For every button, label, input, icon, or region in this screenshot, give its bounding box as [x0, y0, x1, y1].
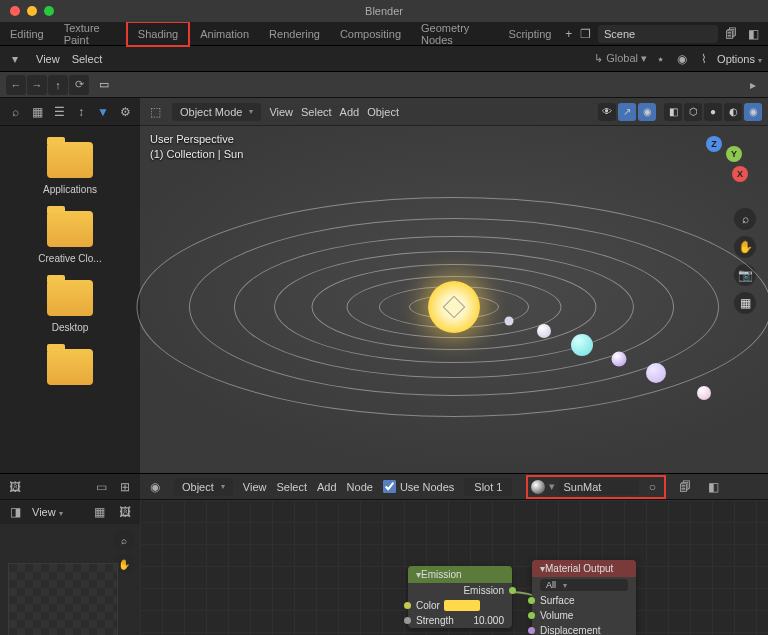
- new-folder-button[interactable]: ▭: [99, 78, 109, 91]
- shading-solid-icon[interactable]: ●: [704, 103, 722, 121]
- menu-select[interactable]: Select: [72, 53, 103, 65]
- folder-creative-cloud[interactable]: Creative Clo...: [0, 203, 140, 272]
- use-nodes-checkbox[interactable]: Use Nodes: [383, 480, 454, 493]
- app-title: Blender: [365, 5, 403, 17]
- 3d-viewport[interactable]: ⬚ Object Mode View Select Add Object 👁 ↗…: [140, 98, 768, 473]
- scene-name-input[interactable]: [598, 25, 718, 43]
- file-browser-sidebar: ⌕ ▦ ☰ ↕ ▼ ⚙ Applications Creative Clo...…: [0, 98, 140, 473]
- material-output-node[interactable]: ▾ Material Output All Surface Volume Dis…: [532, 560, 636, 635]
- image-icon[interactable]: 🖼: [116, 503, 134, 521]
- material-slot[interactable]: Slot 1: [464, 478, 512, 496]
- nav-back-button[interactable]: ←: [6, 75, 26, 95]
- transform-orientation[interactable]: ↳ Global ▾: [594, 52, 647, 65]
- add-workspace-button[interactable]: +: [561, 25, 576, 43]
- vp-menu-object[interactable]: Object: [367, 106, 399, 118]
- shader-menu-select[interactable]: Select: [276, 481, 307, 493]
- shading-wireframe-icon[interactable]: ⬡: [684, 103, 702, 121]
- gizmo-z[interactable]: Z: [706, 136, 722, 152]
- tab-rendering[interactable]: Rendering: [259, 23, 330, 45]
- tab-shading[interactable]: Shading: [126, 21, 190, 47]
- material-preview-icon: [531, 480, 545, 494]
- strength-value[interactable]: 10.000: [473, 615, 504, 626]
- filter-icon[interactable]: ▼: [94, 103, 112, 121]
- tab-editing[interactable]: Editing: [0, 23, 54, 45]
- planet-4[interactable]: [612, 351, 627, 366]
- vp-menu-view[interactable]: View: [269, 106, 293, 118]
- planet-2[interactable]: [537, 324, 551, 338]
- node-canvas[interactable]: ▾ Emission Emission Color Strength10.000…: [140, 500, 768, 635]
- tab-scripting[interactable]: Scripting: [499, 23, 562, 45]
- image-editor-type-icon[interactable]: 🖼: [6, 478, 24, 496]
- image-slot-icon[interactable]: ▭: [92, 478, 110, 496]
- close-window-button[interactable]: [10, 6, 20, 16]
- copy-material-icon[interactable]: 🗐: [676, 478, 694, 496]
- vp-menu-select[interactable]: Select: [301, 106, 332, 118]
- window-titlebar: Blender: [0, 0, 768, 22]
- folder-applications[interactable]: Applications: [0, 134, 140, 203]
- settings-icon[interactable]: ⚙: [116, 103, 134, 121]
- output-target-dropdown[interactable]: All: [540, 579, 628, 591]
- planet-1[interactable]: [505, 316, 514, 325]
- sun-object[interactable]: [428, 281, 480, 333]
- color-input[interactable]: [444, 600, 480, 611]
- overlay-toggle-icon[interactable]: ◉: [638, 103, 656, 121]
- planet-3[interactable]: [571, 334, 593, 356]
- image-editor-panel: 🖼 ▭ ⊞ ◨ View ▦ 🖼 ⌕ ✋: [0, 474, 140, 635]
- select-visibility-icon[interactable]: 👁: [598, 103, 616, 121]
- shader-menu-view[interactable]: View: [243, 481, 267, 493]
- scene-icon[interactable]: ❐: [576, 25, 594, 43]
- folder-desktop[interactable]: Desktop: [0, 272, 140, 341]
- minimize-window-button[interactable]: [27, 6, 37, 16]
- folder-icon: [47, 280, 93, 316]
- vp-menu-add[interactable]: Add: [340, 106, 360, 118]
- options-menu[interactable]: Options: [717, 53, 762, 65]
- img-menu-view[interactable]: View: [32, 506, 63, 518]
- planet-6[interactable]: [697, 386, 711, 400]
- folder-more[interactable]: [0, 341, 140, 385]
- uv-editor-icon[interactable]: ◨: [6, 503, 24, 521]
- zoom-window-button[interactable]: [44, 6, 54, 16]
- link-icon[interactable]: ⌇: [695, 50, 713, 68]
- workspace-tabs: Editing Texture Paint Shading Animation …: [0, 22, 768, 46]
- proportional-edit-icon[interactable]: ◉: [673, 50, 691, 68]
- tab-compositing[interactable]: Compositing: [330, 23, 411, 45]
- more-icon[interactable]: ◧: [704, 478, 722, 496]
- shader-mode-dropdown[interactable]: Object: [174, 478, 233, 496]
- search-icon[interactable]: ⌕: [6, 103, 24, 121]
- shader-menu-add[interactable]: Add: [317, 481, 337, 493]
- planet-5[interactable]: [646, 363, 666, 383]
- cursor-tool-icon[interactable]: ▸: [744, 76, 762, 94]
- material-selector[interactable]: ▾ ○: [526, 475, 666, 499]
- material-pin-icon[interactable]: ○: [643, 478, 661, 496]
- xray-icon[interactable]: ◧: [664, 103, 682, 121]
- editor-type-icon[interactable]: ▾: [6, 50, 24, 68]
- nav-refresh-button[interactable]: ⟳: [69, 75, 89, 95]
- image-canvas[interactable]: ⌕ ✋: [0, 524, 140, 635]
- view-layer-icon[interactable]: ◧: [744, 25, 762, 43]
- editor-type-icon[interactable]: ⬚: [146, 103, 164, 121]
- shader-menu-node[interactable]: Node: [347, 481, 373, 493]
- list-view-icon[interactable]: ☰: [50, 103, 68, 121]
- grid-icon[interactable]: ▦: [90, 503, 108, 521]
- image-new-icon[interactable]: ⊞: [116, 478, 134, 496]
- texture-preview: [8, 563, 118, 635]
- shading-material-icon[interactable]: ◐: [724, 103, 742, 121]
- shader-editor-type-icon[interactable]: ◉: [146, 478, 164, 496]
- shading-rendered-icon[interactable]: ◉: [744, 103, 762, 121]
- snap-icon[interactable]: ⭑: [651, 50, 669, 68]
- file-nav-toolstrip: ← → ↑ ⟳ ▭ ▸: [0, 72, 768, 98]
- nav-forward-button[interactable]: →: [27, 75, 47, 95]
- nav-up-button[interactable]: ↑: [48, 75, 68, 95]
- sort-icon[interactable]: ↕: [72, 103, 90, 121]
- menu-view[interactable]: View: [36, 53, 60, 65]
- browse-scene-icon[interactable]: 🗐: [722, 25, 740, 43]
- gizmo-toggle-icon[interactable]: ↗: [618, 103, 636, 121]
- emission-node[interactable]: ▾ Emission Emission Color Strength10.000: [408, 566, 512, 628]
- material-name-input[interactable]: [559, 479, 639, 495]
- scene-content: [140, 153, 768, 473]
- folder-icon: [47, 349, 93, 385]
- tab-animation[interactable]: Animation: [190, 23, 259, 45]
- mode-dropdown[interactable]: Object Mode: [172, 103, 261, 121]
- img-zoom-icon[interactable]: ⌕: [114, 530, 134, 550]
- grid-view-icon[interactable]: ▦: [28, 103, 46, 121]
